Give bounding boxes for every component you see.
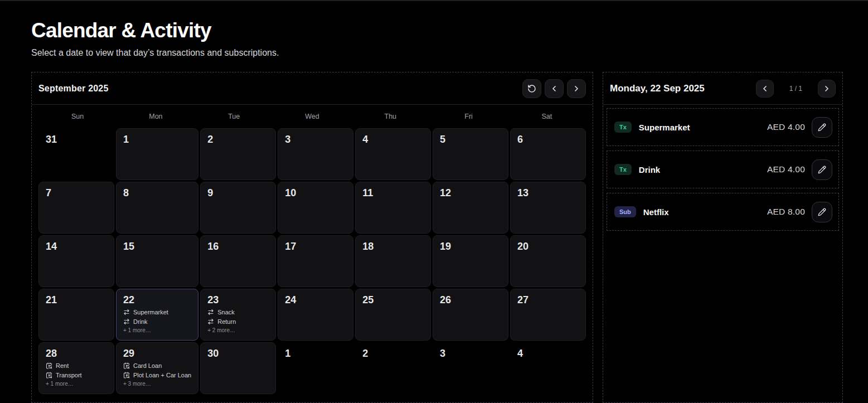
calendar-day-16[interactable]: 16 bbox=[200, 235, 276, 287]
calendar-day-15[interactable]: 15 bbox=[116, 235, 198, 287]
day-number: 2 bbox=[207, 134, 269, 145]
day-number: 13 bbox=[517, 187, 579, 199]
calendar-day-9[interactable]: 9 bbox=[200, 182, 276, 234]
calendar-day-7[interactable]: 7 bbox=[38, 182, 114, 234]
day-number: 3 bbox=[440, 348, 501, 360]
activity-amount: AED 4.00 bbox=[767, 122, 805, 132]
day-activity-list: TxSupermarketAED 4.00TxDrinkAED 4.00SubN… bbox=[603, 105, 842, 234]
day-more-label: + 1 more… bbox=[46, 381, 107, 387]
chevron-right-icon bbox=[822, 84, 831, 93]
day-number: 24 bbox=[285, 294, 346, 306]
prev-month-button[interactable] bbox=[545, 79, 564, 98]
calendar-day-24[interactable]: 24 bbox=[278, 289, 353, 341]
calendar-day-29[interactable]: 29Card LoanPlot Loan + Car Loan+ 3 more… bbox=[116, 342, 198, 394]
rotate-ccw-icon bbox=[527, 84, 536, 93]
calendar-day-30[interactable]: 30 bbox=[200, 342, 276, 394]
day-event: Plot Loan + Car Loan bbox=[123, 372, 191, 378]
day-more-label: + 1 more… bbox=[123, 327, 191, 333]
calendar-day-11[interactable]: 11 bbox=[355, 182, 431, 234]
activity-label: Drink bbox=[639, 165, 660, 174]
calendar-nav bbox=[522, 79, 586, 98]
calendar-day-2[interactable]: 2 bbox=[200, 128, 276, 180]
page-title: Calendar & Activity bbox=[31, 19, 843, 42]
next-page-button[interactable] bbox=[818, 80, 836, 98]
day-event-label: Snack bbox=[217, 309, 235, 315]
calendar-day-27[interactable]: 27 bbox=[510, 289, 586, 341]
calendar-day-6[interactable]: 6 bbox=[510, 128, 586, 180]
calendar-day-28[interactable]: 28RentTransport+ 1 more… bbox=[38, 342, 114, 394]
day-number: 15 bbox=[123, 241, 191, 253]
day-number: 6 bbox=[517, 134, 579, 145]
day-event: Drink bbox=[123, 318, 191, 325]
day-event-label: Return bbox=[217, 318, 236, 325]
day-event-label: Plot Loan + Car Loan bbox=[133, 372, 191, 378]
weekday-label-sat: Sat bbox=[508, 113, 586, 120]
chevron-left-icon bbox=[550, 84, 559, 93]
calendar-day-25[interactable]: 25 bbox=[355, 289, 431, 341]
subscription-icon bbox=[46, 362, 52, 369]
day-number: 20 bbox=[517, 241, 579, 253]
calendar-day-18[interactable]: 18 bbox=[355, 235, 431, 287]
day-number: 1 bbox=[285, 348, 346, 360]
calendar-day-5[interactable]: 5 bbox=[433, 128, 508, 180]
calendar-panel: September 2025 SunMonTueWedThuFriSat 311… bbox=[31, 72, 593, 403]
calendar-day-23[interactable]: 23SnackReturn+ 2 more… bbox=[200, 289, 276, 341]
day-number: 8 bbox=[123, 187, 191, 199]
page-subtitle: Select a date to view that day’s transac… bbox=[31, 48, 843, 58]
transfer-icon bbox=[207, 309, 214, 315]
activity-label: Supermarket bbox=[639, 123, 690, 132]
activity-label: Netflix bbox=[643, 207, 669, 217]
edit-button[interactable] bbox=[812, 159, 832, 180]
day-number: 22 bbox=[123, 294, 191, 306]
next-month-button[interactable] bbox=[567, 79, 586, 98]
day-event-label: Supermarket bbox=[133, 309, 168, 315]
calendar-day-19[interactable]: 19 bbox=[433, 235, 508, 287]
day-event-label: Drink bbox=[133, 318, 148, 325]
calendar-day-1-outside[interactable]: 1 bbox=[278, 342, 353, 394]
edit-button[interactable] bbox=[812, 202, 832, 222]
day-panel-header: Monday, 22 Sep 2025 1 / 1 bbox=[603, 72, 842, 105]
calendar-activity-page: Calendar & Activity Select a date to vie… bbox=[0, 1, 868, 403]
calendar-day-3[interactable]: 3 bbox=[278, 128, 353, 180]
calendar-day-17[interactable]: 17 bbox=[278, 235, 353, 287]
day-number: 26 bbox=[440, 294, 501, 306]
day-event-label: Card Loan bbox=[133, 362, 162, 369]
calendar-header: September 2025 bbox=[32, 72, 593, 105]
calendar-day-3-outside[interactable]: 3 bbox=[433, 342, 508, 394]
calendar-day-26[interactable]: 26 bbox=[433, 289, 508, 341]
calendar-day-31-outside[interactable]: 31 bbox=[38, 128, 114, 180]
calendar-day-14[interactable]: 14 bbox=[38, 235, 114, 287]
calendar-day-4[interactable]: 4 bbox=[355, 128, 431, 180]
weekday-label-wed: Wed bbox=[273, 113, 351, 120]
chevron-right-icon bbox=[572, 84, 581, 93]
edit-button[interactable] bbox=[812, 117, 832, 138]
prev-page-button[interactable] bbox=[756, 80, 774, 98]
calendar-day-10[interactable]: 10 bbox=[278, 182, 353, 234]
day-event: Return bbox=[207, 318, 269, 325]
day-pagination: 1 / 1 bbox=[756, 80, 836, 98]
pencil-icon bbox=[818, 123, 826, 132]
day-number: 4 bbox=[517, 348, 579, 360]
main-layout: September 2025 SunMonTueWedThuFriSat 311… bbox=[31, 72, 843, 403]
weekday-label-thu: Thu bbox=[351, 113, 429, 120]
calendar-day-21[interactable]: 21 bbox=[38, 289, 114, 341]
weekday-label-sun: Sun bbox=[38, 113, 117, 120]
calendar-day-8[interactable]: 8 bbox=[116, 182, 198, 234]
calendar-day-13[interactable]: 13 bbox=[510, 182, 586, 234]
calendar-day-2-outside[interactable]: 2 bbox=[355, 342, 431, 394]
calendar-day-1[interactable]: 1 bbox=[116, 128, 198, 180]
calendar-day-20[interactable]: 20 bbox=[510, 235, 586, 287]
chevron-left-icon bbox=[760, 84, 769, 93]
calendar-day-4-outside[interactable]: 4 bbox=[510, 342, 586, 394]
activity-amount: AED 4.00 bbox=[767, 164, 805, 174]
calendar-day-22[interactable]: 22SupermarketDrink+ 1 more… bbox=[116, 289, 198, 341]
weekday-header-row: SunMonTueWedThuFriSat bbox=[32, 105, 593, 124]
calendar-day-12[interactable]: 12 bbox=[433, 182, 508, 234]
day-number: 28 bbox=[46, 348, 107, 360]
day-number: 25 bbox=[362, 294, 424, 306]
day-event: Supermarket bbox=[123, 309, 191, 315]
day-number: 19 bbox=[440, 241, 501, 253]
reset-month-button[interactable] bbox=[522, 79, 541, 98]
day-number: 5 bbox=[440, 134, 501, 145]
day-event: Card Loan bbox=[123, 362, 191, 369]
